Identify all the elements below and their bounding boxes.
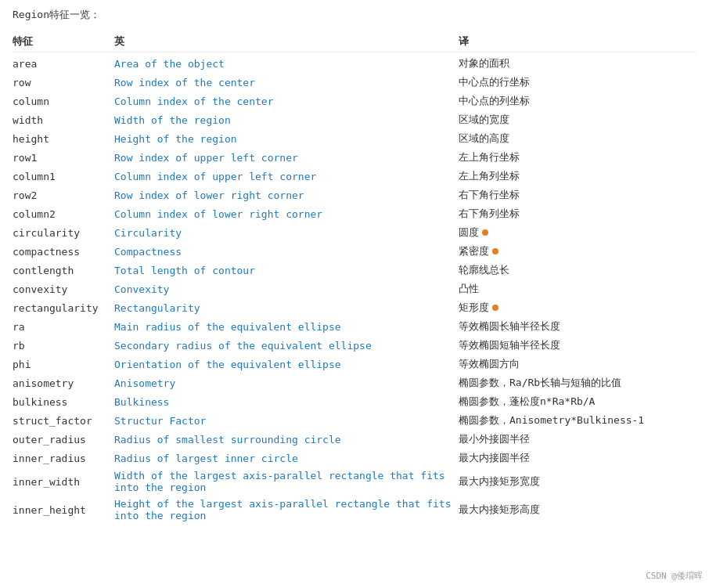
- cell-feature: anisometry: [13, 377, 114, 389]
- cell-chinese: 中心点的行坐标: [459, 75, 696, 89]
- cell-feature: row1: [13, 152, 114, 164]
- cell-english: Orientation of the equivalent ellipse: [114, 359, 459, 370]
- cell-feature: phi: [13, 359, 114, 370]
- table-row: inner_radiusRadius of largest inner circ…: [13, 449, 696, 467]
- cell-english: Total length of contour: [114, 265, 459, 276]
- table-row: row2Row index of lower right corner右下角行坐…: [13, 186, 696, 204]
- cell-english: Secondary radius of the equivalent ellip…: [114, 340, 459, 352]
- cell-feature: rb: [13, 340, 114, 352]
- header-feature: 特征: [13, 34, 114, 49]
- table-row: rectangularityRectangularity矩形度: [13, 298, 696, 317]
- cell-feature: struct_factor: [13, 415, 114, 427]
- cell-english: Width of the largest axis-parallel recta…: [114, 470, 459, 493]
- cell-chinese: 轮廓线总长: [459, 263, 696, 277]
- cell-chinese: 凸性: [459, 282, 696, 296]
- cell-chinese: 矩形度: [459, 301, 696, 315]
- cell-chinese: 右下角列坐标: [459, 207, 696, 221]
- cell-feature: inner_width: [13, 476, 114, 488]
- cell-english: Width of the region: [114, 114, 459, 126]
- cell-english: Area of the object: [114, 58, 459, 70]
- cell-feature: inner_height: [13, 504, 114, 516]
- cell-english: Circularity: [114, 227, 459, 239]
- cell-english: Row index of the center: [114, 77, 459, 88]
- cell-chinese: 圆度: [459, 225, 696, 240]
- orange-dot-icon: [482, 229, 488, 236]
- table-row: phiOrientation of the equivalent ellipse…: [13, 355, 696, 373]
- cell-feature: area: [13, 58, 114, 70]
- cell-english: Radius of smallest surrounding circle: [114, 434, 459, 446]
- cell-chinese: 等效椭圆方向: [459, 357, 696, 371]
- cell-feature: compactness: [13, 246, 114, 258]
- table-row: rbSecondary radius of the equivalent ell…: [13, 336, 696, 355]
- cell-chinese: 最大内接圆半径: [459, 451, 696, 465]
- table-row: column1Column index of upper left corner…: [13, 167, 696, 186]
- cell-english: Height of the region: [114, 133, 459, 145]
- cell-english: Compactness: [114, 246, 459, 258]
- cell-english: Structur Factor: [114, 415, 459, 427]
- table-row: inner_widthWidth of the largest axis-par…: [13, 467, 696, 496]
- cell-feature: inner_radius: [13, 453, 114, 464]
- cell-feature: contlength: [13, 265, 114, 276]
- cell-chinese: 最小外接圆半径: [459, 432, 696, 446]
- cell-chinese: 椭圆参数，Ra/Rb长轴与短轴的比值: [459, 376, 696, 390]
- page-title: Region特征一览：: [13, 8, 696, 22]
- cell-chinese: 左上角列坐标: [459, 169, 696, 183]
- table-row: circularityCircularity圆度: [13, 223, 696, 242]
- cell-chinese: 椭圆参数，Anisometry*Bulkiness-1: [459, 413, 696, 427]
- table-row: compactnessCompactness紧密度: [13, 242, 696, 261]
- cell-english: Row index of lower right corner: [114, 189, 459, 201]
- table-row: bulkinessBulkiness椭圆参数，蓬松度n*Ra*Rb/A: [13, 392, 696, 411]
- table-row: widthWidth of the region区域的宽度: [13, 110, 696, 129]
- table-row: anisometryAnisometry椭圆参数，Ra/Rb长轴与短轴的比值: [13, 373, 696, 392]
- cell-chinese: 等效椭圆长轴半径长度: [459, 319, 696, 334]
- cell-english: Row index of upper left corner: [114, 152, 459, 164]
- cell-english: Anisometry: [114, 377, 459, 389]
- cell-feature: outer_radius: [13, 434, 114, 446]
- header-chinese: 译: [459, 34, 696, 49]
- cell-english: Rectangularity: [114, 302, 459, 314]
- cell-english: Bulkiness: [114, 396, 459, 408]
- table-row: outer_radiusRadius of smallest surroundi…: [13, 430, 696, 449]
- table-row: heightHeight of the region区域的高度: [13, 129, 696, 148]
- cell-chinese: 左上角行坐标: [459, 150, 696, 164]
- table-row: areaArea of the object对象的面积: [13, 54, 696, 73]
- cell-chinese: 区域的高度: [459, 132, 696, 146]
- table-row: convexityConvexity凸性: [13, 280, 696, 298]
- cell-chinese: 中心点的列坐标: [459, 94, 696, 108]
- cell-feature: height: [13, 133, 114, 145]
- table-body: areaArea of the object对象的面积rowRow index …: [13, 54, 696, 524]
- cell-feature: column2: [13, 208, 114, 220]
- cell-feature: circularity: [13, 227, 114, 239]
- cell-english: Height of the largest axis-parallel rect…: [114, 498, 459, 521]
- table-row: row1Row index of upper left corner左上角行坐标: [13, 148, 696, 167]
- cell-feature: convexity: [13, 283, 114, 295]
- cell-english: Column index of upper left corner: [114, 171, 459, 182]
- cell-english: Convexity: [114, 283, 459, 295]
- table-row: struct_factorStructur Factor椭圆参数，Anisome…: [13, 411, 696, 430]
- cell-feature: ra: [13, 321, 114, 333]
- cell-feature: row: [13, 77, 114, 88]
- cell-chinese: 最大内接矩形宽度: [459, 474, 696, 489]
- cell-feature: row2: [13, 189, 114, 201]
- orange-dot-icon: [492, 248, 498, 254]
- table-header: 特征 英 译: [13, 31, 696, 52]
- cell-feature: rectangularity: [13, 302, 114, 314]
- table-row: columnColumn index of the center中心点的列坐标: [13, 92, 696, 110]
- cell-feature: column1: [13, 171, 114, 182]
- table-row: rowRow index of the center中心点的行坐标: [13, 73, 696, 92]
- table-row: inner_heightHeight of the largest axis-p…: [13, 496, 696, 524]
- cell-feature: bulkiness: [13, 396, 114, 408]
- cell-chinese: 右下角行坐标: [459, 188, 696, 202]
- cell-chinese: 对象的面积: [459, 56, 696, 70]
- cell-english: Column index of lower right corner: [114, 208, 459, 220]
- cell-feature: width: [13, 114, 114, 126]
- cell-english: Radius of largest inner circle: [114, 453, 459, 464]
- main-table: 特征 英 译 areaArea of the object对象的面积rowRow…: [13, 31, 696, 524]
- table-row: contlengthTotal length of contour轮廓线总长: [13, 261, 696, 280]
- cell-chinese: 最大内接矩形高度: [459, 503, 696, 517]
- cell-chinese: 区域的宽度: [459, 113, 696, 127]
- table-row: raMain radius of the equivalent ellipse等…: [13, 317, 696, 336]
- cell-english: Main radius of the equivalent ellipse: [114, 321, 459, 333]
- table-row: column2Column index of lower right corne…: [13, 204, 696, 223]
- orange-dot-icon: [492, 305, 498, 311]
